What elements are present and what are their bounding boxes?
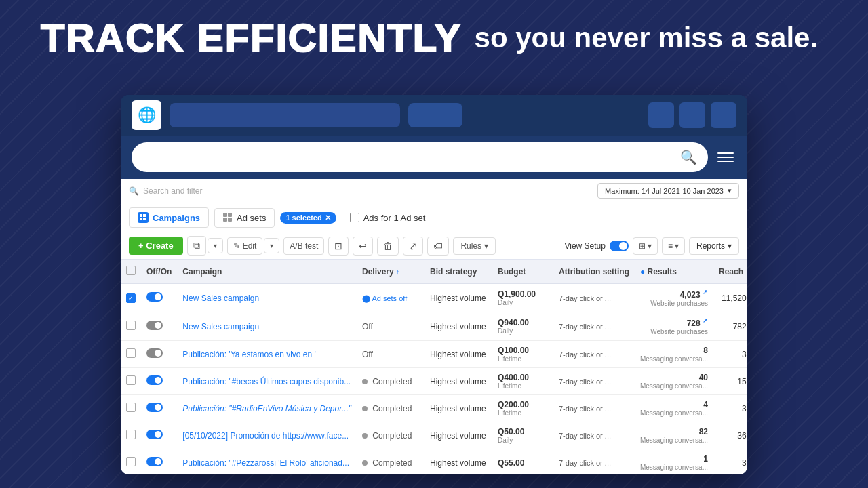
th-reach[interactable]: Reach (713, 260, 747, 283)
tag-button[interactable]: 🏷 (427, 237, 449, 256)
table-body: ✓ New Sales campaign ⬤ Ad sets off Highe… (121, 283, 747, 474)
row-toggle-cell[interactable] (141, 449, 177, 475)
browser-btn-1[interactable] (648, 102, 674, 128)
edit-dropdown-button[interactable]: ▾ (264, 238, 279, 253)
copy-button[interactable]: ⧉ (187, 236, 206, 256)
svg-rect-7 (228, 218, 232, 222)
browser-btn-3[interactable] (711, 102, 736, 128)
tab-pill[interactable] (408, 103, 462, 127)
row-reach-cell: 3,923 (713, 449, 747, 475)
row-toggle[interactable] (146, 321, 163, 330)
delivery-status: ⬤ Ad sets off (362, 294, 407, 302)
selected-close-icon[interactable]: ✕ (325, 214, 331, 222)
breakdown-button[interactable]: ≡ ▾ (662, 237, 685, 255)
row-delivery-cell: Completed (357, 395, 425, 422)
row-checkbox-cell[interactable] (121, 368, 141, 395)
row-toggle[interactable] (146, 457, 163, 466)
row-toggle[interactable] (146, 348, 163, 358)
campaign-link[interactable]: Publicación: 'Ya estamos en vivo en ' (182, 350, 315, 359)
row-checkbox[interactable] (126, 403, 136, 412)
row-toggle[interactable] (146, 430, 163, 439)
row-attr-cell: 7-day click or ... (553, 341, 635, 368)
row-checkbox[interactable] (126, 375, 136, 385)
th-onoff: Off/On (141, 260, 177, 283)
date-range-button[interactable]: Maximum: 14 Jul 2021-10 Jan 2023 ▾ (597, 183, 739, 199)
campaign-link[interactable]: New Sales campaign (182, 293, 259, 303)
row-checkbox[interactable] (126, 321, 136, 330)
row-results-cell: 4,023 ↗ Website purchases (635, 283, 713, 312)
reports-label: Reports (696, 241, 725, 251)
columns-button[interactable]: ⊞ ▾ (633, 237, 658, 255)
row-toggle-cell[interactable] (141, 422, 177, 449)
campaign-link[interactable]: New Sales campaign (182, 322, 259, 331)
row-toggle-cell[interactable] (141, 368, 177, 395)
campaign-link[interactable]: [05/10/2022] Promoción de https://www.fa… (182, 431, 349, 441)
campaign-link[interactable]: Publicación: "#Pezzarossi 'El Rolo' afic… (182, 458, 349, 468)
delete-button[interactable]: 🗑 (377, 237, 399, 256)
row-bid-cell: Highest volume (425, 395, 492, 422)
archive-button[interactable]: ⊡ (328, 237, 349, 256)
th-attr[interactable]: Attribution setting (553, 260, 635, 283)
row-reach-cell: 36,432 (713, 422, 747, 449)
row-attr-cell: 7-day click or ... (553, 368, 635, 395)
row-checkbox-cell[interactable] (121, 341, 141, 368)
row-toggle[interactable] (146, 403, 163, 412)
row-checkbox-cell[interactable] (121, 312, 141, 341)
share-button[interactable]: ⤤ (403, 237, 423, 256)
create-button[interactable]: + Create (129, 237, 183, 255)
th-checkbox[interactable] (121, 260, 141, 283)
ads-checkbox[interactable] (350, 213, 359, 222)
campaign-link[interactable]: Publicación: "#RadioEnVivo Música y Depo… (182, 404, 351, 413)
undo-button[interactable]: ↩ (353, 237, 373, 256)
row-campaign-cell: Publicación: "#Pezzarossi 'El Rolo' afic… (177, 449, 357, 475)
row-budget-cell: Q55.00 (492, 449, 553, 475)
row-toggle-cell[interactable] (141, 312, 177, 341)
rules-button[interactable]: Rules ▾ (453, 237, 496, 255)
row-toggle[interactable] (146, 292, 163, 302)
row-checkbox[interactable] (126, 348, 136, 358)
delivery-status: Off (362, 350, 373, 359)
row-checkbox-cell[interactable] (121, 395, 141, 422)
select-all-checkbox[interactable] (126, 266, 136, 275)
row-toggle-cell[interactable] (141, 283, 177, 312)
row-checkbox-cell[interactable] (121, 449, 141, 475)
chevron-down-icon: ▾ (728, 186, 732, 195)
row-delivery-cell: Completed (357, 368, 425, 395)
main-search-input[interactable] (142, 152, 675, 163)
view-setup-toggle[interactable] (610, 241, 629, 251)
row-checkbox-cell[interactable] (121, 422, 141, 449)
row-toggle-cell[interactable] (141, 395, 177, 422)
row-delivery-cell: Off (357, 341, 425, 368)
hamburger-menu-icon[interactable] (715, 150, 736, 165)
browser-btn-2[interactable] (679, 102, 705, 128)
th-results[interactable]: ● Results (635, 260, 713, 283)
edit-button-group: ✎ Edit ▾ (227, 237, 280, 255)
row-bid-cell: Highest volume (425, 449, 492, 475)
row-checkbox[interactable] (126, 430, 136, 439)
row-checkbox[interactable] (126, 457, 136, 466)
th-budget[interactable]: Budget (492, 260, 553, 283)
row-checkbox[interactable]: ✓ (126, 293, 136, 303)
ab-test-button[interactable]: A/B test (283, 237, 324, 255)
campaign-link[interactable]: Publicación: "#becas Últimos cupos dispo… (182, 377, 351, 386)
row-toggle[interactable] (146, 375, 163, 385)
tab-adsets[interactable]: Ad sets (214, 208, 275, 228)
tab-campaigns[interactable]: Campaigns (129, 207, 209, 228)
row-toggle-cell[interactable] (141, 341, 177, 368)
ads-for-adset-label: Ads for 1 Ad set (363, 213, 426, 223)
row-bid-cell: Highest volume (425, 341, 492, 368)
search-filter[interactable]: 🔍 Search and filter (129, 186, 278, 196)
th-bid[interactable]: Bid strategy (425, 260, 492, 283)
copy-dropdown-button[interactable]: ▾ (208, 238, 223, 253)
reports-button[interactable]: Reports ▾ (689, 237, 739, 255)
delivery-status: Off (362, 322, 373, 331)
svg-rect-4 (223, 213, 227, 217)
th-campaign sortable[interactable]: Campaign (177, 260, 357, 283)
search-box[interactable]: 🔍 (132, 142, 708, 172)
th-delivery[interactable]: Delivery ↑ (357, 260, 425, 283)
edit-button[interactable]: ✎ Edit (227, 237, 263, 255)
search-icon[interactable]: 🔍 (680, 149, 697, 165)
url-bar[interactable] (170, 103, 400, 127)
row-checkbox-cell[interactable]: ✓ (121, 283, 141, 312)
tabs-row: Campaigns Ad sets 1 selected ✕ Ads for 1… (121, 203, 747, 232)
